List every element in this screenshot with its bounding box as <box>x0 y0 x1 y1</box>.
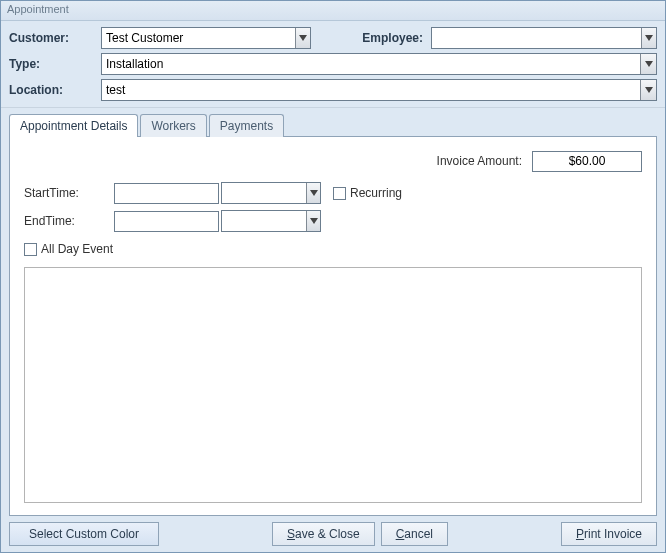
select-custom-color-button[interactable]: Select Custom Color <box>9 522 159 546</box>
footer-bar: Select Custom Color Save & Close Cancel … <box>1 516 665 552</box>
location-input[interactable] <box>102 80 640 100</box>
recurring-label: Recurring <box>350 186 402 200</box>
customer-combo[interactable] <box>101 27 311 49</box>
end-date-field[interactable] <box>114 211 219 232</box>
chevron-down-icon[interactable] <box>641 28 656 48</box>
invoice-amount-field[interactable] <box>532 151 642 172</box>
tab-area: Appointment Details Workers Payments Inv… <box>1 108 665 516</box>
chevron-down-icon[interactable] <box>306 183 320 203</box>
tab-payments[interactable]: Payments <box>209 114 284 137</box>
notes-textarea[interactable] <box>24 267 642 503</box>
chevron-down-icon[interactable] <box>295 28 310 48</box>
chevron-down-icon[interactable] <box>306 211 320 231</box>
appointment-window: Appointment Customer: Employee: Type: Lo… <box>0 0 666 553</box>
end-time-combo[interactable] <box>221 210 321 232</box>
allday-checkbox[interactable] <box>24 243 37 256</box>
employee-label: Employee: <box>341 31 431 45</box>
start-time-combo[interactable] <box>221 182 321 204</box>
end-time-label: EndTime: <box>24 214 114 228</box>
window-title: Appointment <box>1 1 665 21</box>
type-label: Type: <box>9 57 101 71</box>
start-time-label: StartTime: <box>24 186 114 200</box>
type-combo[interactable] <box>101 53 657 75</box>
location-combo[interactable] <box>101 79 657 101</box>
form-header: Customer: Employee: Type: Location: <box>1 21 665 108</box>
start-time-input[interactable] <box>222 183 306 203</box>
cancel-button[interactable]: Cancel <box>381 522 448 546</box>
customer-label: Customer: <box>9 31 101 45</box>
recurring-checkbox[interactable] <box>333 187 346 200</box>
tab-strip: Appointment Details Workers Payments <box>9 114 657 137</box>
save-close-button[interactable]: Save & Close <box>272 522 375 546</box>
customer-input[interactable] <box>102 28 295 48</box>
employee-combo[interactable] <box>431 27 657 49</box>
print-invoice-button[interactable]: Print Invoice <box>561 522 657 546</box>
start-date-field[interactable] <box>114 183 219 204</box>
employee-input[interactable] <box>432 28 641 48</box>
allday-label: All Day Event <box>41 242 113 256</box>
tab-panel-details: Invoice Amount: StartTime: Recurring End… <box>9 136 657 516</box>
type-input[interactable] <box>102 54 640 74</box>
location-label: Location: <box>9 83 101 97</box>
invoice-amount-label: Invoice Amount: <box>402 154 532 168</box>
tab-workers[interactable]: Workers <box>140 114 206 137</box>
chevron-down-icon[interactable] <box>640 54 656 74</box>
tab-appointment-details[interactable]: Appointment Details <box>9 114 138 137</box>
chevron-down-icon[interactable] <box>640 80 656 100</box>
end-time-input[interactable] <box>222 211 306 231</box>
